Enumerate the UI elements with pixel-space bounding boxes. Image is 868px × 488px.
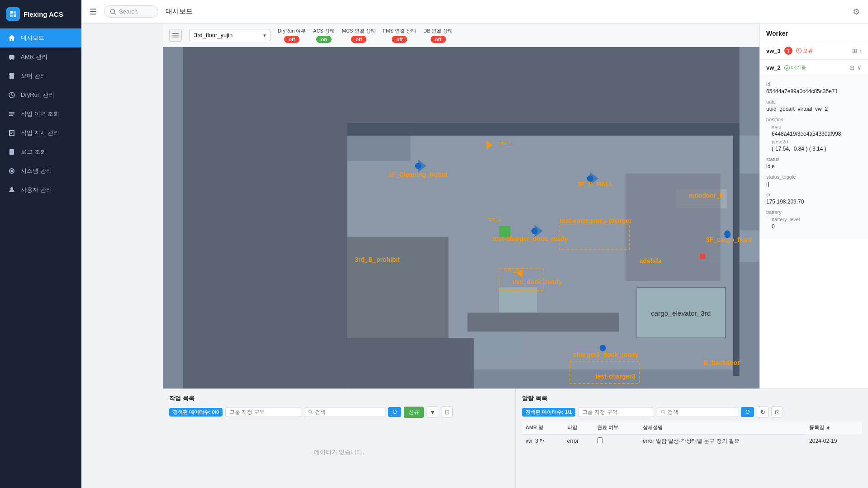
sidebar-item-order[interactable]: 오더 관리 [0,66,81,85]
svg-rect-19 [347,237,449,351]
work-list-toolbar: 경색편 데이터수: 0/0 Q 신규 ▼ ⊡ [169,406,509,418]
sidebar-item-work-directive[interactable]: 작업 지시 관리 [0,123,81,142]
svg-text:autodoor_b: autodoor_b [689,192,724,199]
alarm-list-count: 경색편 데이터수: 1/1 [522,408,575,417]
svg-point-81 [308,410,311,413]
worker-item-vw3[interactable]: vw_3 1 오류 ⊞ › [760,42,868,60]
alarm-list-search-input[interactable] [668,409,734,415]
sidebar-label-work-directive: 작업 지시 관리 [21,129,59,137]
search-icon-alarm [661,409,666,415]
sidebar-label-order: 오더 관리 [21,72,46,80]
svg-text:cargo_elevator_3rd: cargo_elevator_3rd [651,309,711,317]
map-toolbar: 3rd_floor_yujin DryRun 여부 off ACS 상태 on … [163,24,759,47]
col-type: 타입 [564,422,593,434]
detail-battery-level-value: 0 [772,223,862,230]
map-container: 3rd_floor_yujin DryRun 여부 off ACS 상태 on … [163,24,868,389]
map-canvas[interactable]: cargo_elevator_3rd [163,47,759,389]
sidebar-item-work-history[interactable]: 작업 이력 조회 [0,104,81,123]
svg-rect-2 [10,14,13,17]
col-done: 완료 여부 [593,422,639,434]
sidebar-item-user[interactable]: 사용자 관리 [0,180,81,199]
app-name: Flexing ACS [24,10,63,18]
svg-text:test-charger3: test-charger3 [595,373,636,380]
sidebar-item-log[interactable]: 로그 조회 [0,142,81,161]
work-list-group-input[interactable] [225,407,301,417]
svg-text:vw_2: vw_2 [489,216,502,222]
svg-point-79 [798,52,799,52]
alarm-date: 2024-02-19 [806,434,862,448]
error-icon [796,48,802,53]
detail-map-label: map [772,124,862,129]
col-desc: 상세설명 [639,422,806,434]
worker-detail-vw2: id 65444a7e89a0c44c85c35e71 uuid uuid_go… [760,76,868,240]
work-list-count: 경색편 데이터수: 0/0 [169,408,223,417]
alarm-done [593,434,639,448]
worker-vw2-menu-icon[interactable]: ⊞ [849,64,854,71]
svg-text:uvc_dock_ready: uvc_dock_ready [512,278,562,285]
sidebar-item-dashboard[interactable]: 대시보드 [0,28,81,47]
svg-line-84 [664,412,665,414]
detail-battery-level-label: battery_level [772,217,862,222]
amr-icon [7,52,16,62]
svg-rect-11 [172,33,179,34]
alarm-list-export-button[interactable]: ⊡ [771,406,783,418]
status-mcs-badge: off [351,36,366,43]
status-db-label: DB 연결 상태 [423,28,453,34]
work-list-export-button[interactable]: ⊡ [441,406,453,418]
alarm-list-refresh-button[interactable]: ↻ [757,406,768,418]
sidebar-label-dashboard: 대시보드 [21,34,44,42]
worker-vw2-expand-icon[interactable]: ∨ [857,64,862,71]
worker-vw3-expand-icon[interactable]: › [860,47,862,54]
detail-ip-label: ip [766,192,862,197]
sidebar-item-system[interactable]: 시스템 관리 [0,161,81,180]
sidebar-label-user: 사용자 관리 [21,186,52,194]
sidebar-item-amr[interactable]: AMR 관리 [0,47,81,66]
sidebar-item-dryrun[interactable]: DryRun 관리 [0,85,81,104]
map-panel[interactable]: 3rd_floor_yujin DryRun 여부 off ACS 상태 on … [163,24,759,389]
svg-text:uvc_do...: uvc_do... [504,266,527,273]
alarm-list-search-button[interactable]: Q [741,407,754,417]
svg-rect-34 [347,338,474,389]
status-dryrun-label: DryRun 여부 [278,28,306,34]
detail-uuid-label: uuid [766,99,862,104]
alarm-done-checkbox[interactable] [597,437,603,443]
alarm-list-group-input[interactable] [578,407,654,417]
floor-select[interactable]: 3rd_floor_yujin [189,29,270,41]
work-list-search-button[interactable]: Q [388,407,401,417]
detail-id-row: id 65444a7e89a0c44c85c35e71 [766,81,862,95]
svg-rect-30 [733,129,740,376]
detail-status-label: status [766,156,862,162]
svg-rect-3 [14,14,16,17]
svg-text:vw_1: vw_1 [499,140,512,147]
worker-item-vw2[interactable]: vw_2 대기중 ⊞ ∨ [760,60,868,76]
history-icon [7,109,16,118]
alarm-list-title: 알람 목록 [522,394,862,403]
detail-position-label: position [766,117,862,122]
work-list-title: 작업 목록 [169,394,509,403]
sidebar-toggle-button[interactable] [169,29,182,42]
svg-rect-12 [172,35,179,36]
floor-select-wrapper: 3rd_floor_yujin [189,29,270,41]
work-list-search-box [304,407,385,417]
worker-status-vw3: 오류 [796,47,813,54]
svg-point-6 [13,59,14,60]
work-list-new-button[interactable]: 신규 [404,407,424,418]
main-content: ☰ Search 대시보드 ⚙ 3rd_floor_yujin [163,24,868,488]
status-fms: FMS 연결 상태 off [383,28,416,43]
alarm-row-0[interactable]: vw_3 ↻ error error 알람 발생-각상태별 문구 정의 필요 2… [522,434,862,448]
svg-rect-17 [347,47,740,123]
work-list-search-input[interactable] [315,409,381,415]
alarm-desc: error 알람 발생-각상태별 문구 정의 필요 [639,434,806,448]
sidebar-label-dryrun: DryRun 관리 [21,91,54,99]
detail-status-toggle-row: status_toggle [] [766,174,862,187]
svg-rect-4 [9,55,14,59]
svg-point-5 [10,59,11,60]
worker-vw3-menu-icon[interactable]: ⊞ [852,47,857,54]
worker-panel-title: Worker [760,24,868,42]
panel-toggle-icon [172,32,179,38]
detail-id-label: id [766,81,862,87]
detail-position-row: position map 6448a419/3ee4a54330af998 po… [766,117,862,152]
work-list-filter-button[interactable]: ▼ [427,406,438,418]
svg-rect-32 [499,287,537,313]
svg-text:test-charger_dock_ready: test-charger_dock_ready [493,235,568,242]
